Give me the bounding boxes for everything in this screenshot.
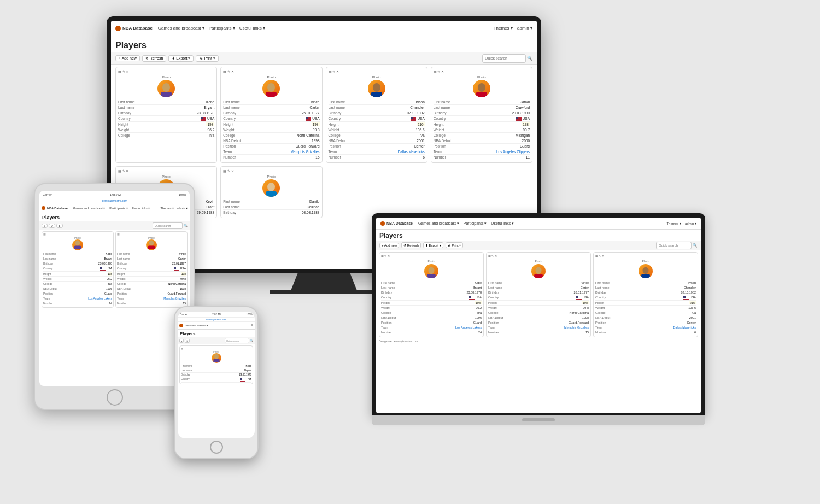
tablet-search-input[interactable] xyxy=(153,222,183,229)
laptop-device: NBA Database Games and broadcast ▾ Parti… xyxy=(372,213,705,443)
laptop-nav-right: Themes ▾ admin ▾ xyxy=(666,221,696,226)
players-grid-row1: ▦ ✎ ✕ Photo First nameKobe Last nameBrya… xyxy=(111,65,537,165)
desktop-toolbar: + Add new ↺ Refresh ⬇ Export ▾ 🖨 Print ▾… xyxy=(111,52,537,65)
tablet-device: Carrier 1:06 AM 100% demo.ajilmastro.com… xyxy=(34,183,195,410)
laptop-nav-useful[interactable]: Useful links ▾ xyxy=(491,221,514,226)
player-avatar-danilo xyxy=(262,179,280,197)
laptop-logo: NBA Database xyxy=(380,221,413,226)
laptop-print-button[interactable]: 🖨 Print ▾ xyxy=(446,242,464,248)
svg-point-4 xyxy=(373,83,380,92)
laptop-search-input[interactable] xyxy=(656,242,692,249)
phone-add-button[interactable]: + xyxy=(179,339,184,343)
svg-rect-19 xyxy=(74,246,81,250)
phone-search-icon[interactable]: 🔍 xyxy=(250,339,253,342)
admin-dropdown[interactable]: admin ▾ xyxy=(517,26,532,31)
nav-games[interactable]: Games and broadcast ▾ xyxy=(158,26,204,31)
app-logo: NBA Database xyxy=(115,26,153,31)
svg-point-16 xyxy=(643,267,649,274)
photo-label: Photo xyxy=(118,75,214,79)
phone-cards: ▦ Photo First nameKobe Last nameBryant B… xyxy=(178,344,255,385)
tablet-nav-useful[interactable]: Useful links ▾ xyxy=(132,207,150,210)
laptop-refresh-button[interactable]: ↺ Refresh xyxy=(401,242,421,248)
laptop-page-title: Players xyxy=(376,230,701,241)
tablet-carrier: Carrier xyxy=(43,193,52,196)
phone-search-input[interactable] xyxy=(225,338,249,343)
tablet-url: demo.ajilmastro.com xyxy=(39,198,190,203)
svg-point-2 xyxy=(267,83,275,92)
phone-time: 2:02 AM xyxy=(212,313,221,316)
themes-dropdown[interactable]: Themes ▾ xyxy=(494,26,513,31)
tablet-nav-participants[interactable]: Participants ▾ xyxy=(109,207,127,210)
search-icon[interactable]: 🔍 xyxy=(527,56,532,61)
laptop-search-icon[interactable]: 🔍 xyxy=(693,243,698,248)
player-card-kobe: ▦ ✎ ✕ Photo First nameKobe Last nameBrya… xyxy=(115,67,217,163)
laptop-logo-ball xyxy=(380,221,385,226)
phone-screen: Carrier 2:02 AM 100% demo.ajilmastro.com… xyxy=(178,312,255,438)
svg-rect-17 xyxy=(641,274,650,278)
monitor-stand xyxy=(291,273,357,290)
svg-rect-13 xyxy=(427,274,436,278)
laptop-nav: NBA Database Games and broadcast ▾ Parti… xyxy=(376,218,701,230)
phone-nav-link[interactable]: Games and broadcast ▾ xyxy=(185,324,208,327)
tablet-battery: 100% xyxy=(179,193,186,196)
laptop-add-button[interactable]: + Add new xyxy=(379,243,399,248)
tablet-home-button[interactable] xyxy=(107,389,123,406)
page-title: Players xyxy=(111,36,537,52)
export-button[interactable]: ⬇ Export ▾ xyxy=(168,55,194,62)
kobe-height: 198 xyxy=(206,122,214,126)
app-name: NBA Database xyxy=(122,26,153,31)
player-avatar-vince xyxy=(262,80,280,97)
phone-status-bar: Carrier 2:02 AM 100% xyxy=(178,312,255,318)
phone-logo-ball xyxy=(179,324,183,327)
tablet-page-title: Players xyxy=(39,213,190,221)
player-card-vince: ▦ ✎ ✕ Photo First nameVince Last nameCar… xyxy=(220,67,322,163)
laptop-export-button[interactable]: ⬇ Export ▾ xyxy=(423,242,443,248)
player-card-tyson: ▦ ✎ ✕ Photo First nameTyson Last nameCha… xyxy=(326,67,427,163)
phone-url: demo.ajilmastro.com xyxy=(178,318,255,322)
laptop-nav-games[interactable]: Games and broadcast ▾ xyxy=(418,221,459,226)
tablet-refresh-button[interactable]: ↺ xyxy=(49,224,55,228)
nav-useful[interactable]: Useful links ▾ xyxy=(239,26,265,31)
svg-rect-1 xyxy=(161,92,172,97)
laptop-cards: ▦ ✎ ✕ Photo First nameKobe Last nameBrya… xyxy=(376,250,701,339)
phone-home-button[interactable] xyxy=(210,441,223,454)
laptop-base xyxy=(372,415,705,425)
nav-participants[interactable]: Participants ▾ xyxy=(209,26,235,31)
svg-point-14 xyxy=(536,267,542,274)
tablet-export-button[interactable]: ⬇ xyxy=(56,224,63,228)
search-input[interactable] xyxy=(482,54,526,63)
kobe-college: n/a xyxy=(209,133,214,137)
kobe-lastname: Bryant xyxy=(204,106,214,109)
tablet-add-button[interactable]: + xyxy=(42,224,48,228)
svg-rect-11 xyxy=(266,191,277,197)
svg-point-22 xyxy=(214,354,219,359)
player-card-danilo: ▦ ✎ ✕ Photo First nameDanilo Last nameGa… xyxy=(220,166,322,218)
laptop-nav-participants[interactable]: Participants ▾ xyxy=(464,221,487,226)
tablet-card-kobe: ▦ Photo First nameKobe Last nameBryant B… xyxy=(42,231,114,308)
refresh-button[interactable]: ↺ Refresh xyxy=(142,55,166,62)
svg-rect-5 xyxy=(371,92,382,97)
phone-menu-icon[interactable]: ☰ xyxy=(251,324,253,327)
phone-card-kobe: ▦ Photo First nameKobe Last nameBryant B… xyxy=(179,345,253,384)
monitor-base xyxy=(270,290,379,294)
tablet-toolbar: + ↺ ⬇ 🔍 xyxy=(39,221,190,230)
tablet-nav-games[interactable]: Games and broadcast ▾ xyxy=(73,207,106,210)
phone-device: Carrier 2:02 AM 100% demo.ajilmastro.com… xyxy=(174,306,259,459)
phone-toolbar: + ↺ 🔍 xyxy=(178,337,255,344)
kobe-birthday: 23.08.1978 xyxy=(197,111,215,115)
tablet-time: 1:06 AM xyxy=(110,193,121,196)
player-avatar-kobe xyxy=(157,80,175,97)
phone-refresh-button[interactable]: ↺ xyxy=(185,339,190,343)
phone-logo xyxy=(179,324,183,327)
tablet-cards: ▦ Photo First nameKobe Last nameBryant B… xyxy=(39,230,190,309)
svg-point-6 xyxy=(478,83,485,92)
tablet-card-vince: ▦ Photo First nameVince Last nameCarter … xyxy=(115,231,188,308)
tablet-photo-area-kobe: Photo xyxy=(43,237,112,250)
nav-right: Themes ▾ admin ▾ xyxy=(494,26,532,31)
laptop-search: 🔍 xyxy=(656,242,698,249)
phone-carrier: Carrier xyxy=(180,313,188,316)
print-button[interactable]: 🖨 Print ▾ xyxy=(196,55,218,62)
add-new-button[interactable]: + Add new xyxy=(115,55,140,61)
tablet-search-icon[interactable]: 🔍 xyxy=(184,224,188,227)
svg-point-20 xyxy=(149,241,154,246)
